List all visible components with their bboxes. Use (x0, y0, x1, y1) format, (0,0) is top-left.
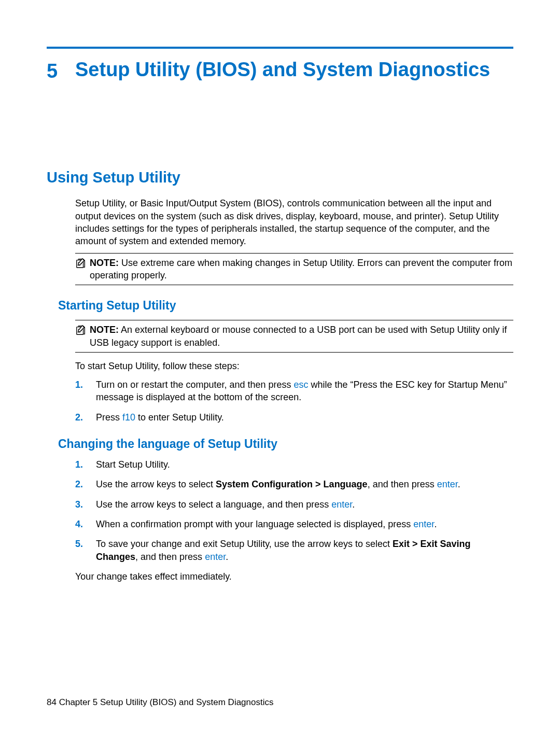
list-item: 3. Use the arrow keys to select a langua… (75, 498, 513, 511)
keycap-esc: esc (294, 379, 309, 390)
list-item: 2. Use the arrow keys to select System C… (75, 478, 513, 490)
subsection-heading-changing-language: Changing the language of Setup Utility (58, 436, 513, 452)
list-item: 1. Turn on or restart the computer, and … (75, 378, 513, 404)
note-body: Use extreme care when making changes in … (90, 258, 512, 280)
page-footer: 84 Chapter 5 Setup Utility (BIOS) and Sy… (47, 697, 273, 709)
step-text: Press f10 to enter Setup Utility. (96, 411, 513, 424)
list-item: 5. To save your change and exit Setup Ut… (75, 538, 513, 563)
chapter-title: Setup Utility (BIOS) and System Diagnost… (75, 58, 490, 85)
section-heading-using-setup-utility: Using Setup Utility (47, 167, 513, 188)
step-text: Turn on or restart the computer, and the… (96, 378, 513, 404)
keycap-enter: enter (205, 552, 226, 562)
step-text: When a confirmation prompt with your lan… (96, 518, 513, 530)
step-text: Start Setup Utility. (96, 458, 513, 471)
bold-path: System Configuration > Language (216, 479, 368, 489)
chapter-heading: 5 Setup Utility (BIOS) and System Diagno… (47, 58, 513, 85)
note-icon (75, 257, 90, 282)
chapter-number: 5 (47, 58, 75, 85)
lead-paragraph: To start Setup Utility, follow these ste… (75, 360, 513, 372)
note-icon (75, 324, 90, 349)
step-number: 2. (75, 411, 96, 424)
note-label: NOTE: (90, 258, 119, 268)
keycap-enter: enter (437, 479, 458, 489)
keycap-enter: enter (413, 519, 434, 529)
tail-paragraph: Your change takes effect immediately. (75, 570, 513, 583)
note-label: NOTE: (90, 325, 119, 335)
note-usb-legacy: NOTE: An external keyboard or mouse conn… (75, 320, 513, 353)
step-text: To save your change and exit Setup Utili… (96, 538, 513, 563)
step-text: Use the arrow keys to select System Conf… (96, 478, 513, 490)
step-text: Use the arrow keys to select a language,… (96, 498, 513, 511)
note-text: NOTE: Use extreme care when making chang… (90, 257, 513, 282)
step-number: 2. (75, 478, 96, 490)
list-item: 2. Press f10 to enter Setup Utility. (75, 411, 513, 424)
subsection-heading-starting-setup-utility: Starting Setup Utility (58, 298, 513, 314)
steps-changing-language: 1. Start Setup Utility. 2. Use the arrow… (75, 458, 513, 563)
intro-paragraph: Setup Utility, or Basic Input/Output Sys… (75, 197, 513, 247)
note-care-changes: NOTE: Use extreme care when making chang… (75, 253, 513, 286)
note-body: An external keyboard or mouse connected … (90, 325, 507, 347)
list-item: 4. When a confirmation prompt with your … (75, 518, 513, 530)
keycap-f10: f10 (122, 412, 135, 423)
step-number: 1. (75, 458, 96, 471)
step-number: 5. (75, 538, 96, 563)
note-text: NOTE: An external keyboard or mouse conn… (90, 324, 513, 349)
page-number: 84 (47, 697, 57, 707)
top-rule (47, 47, 513, 49)
step-number: 3. (75, 498, 96, 511)
steps-starting-setup-utility: 1. Turn on or restart the computer, and … (75, 378, 513, 424)
footer-chapter: Chapter 5 Setup Utility (BIOS) and Syste… (57, 697, 274, 707)
step-number: 1. (75, 378, 96, 404)
keycap-enter: enter (331, 499, 352, 510)
step-number: 4. (75, 518, 96, 530)
list-item: 1. Start Setup Utility. (75, 458, 513, 471)
